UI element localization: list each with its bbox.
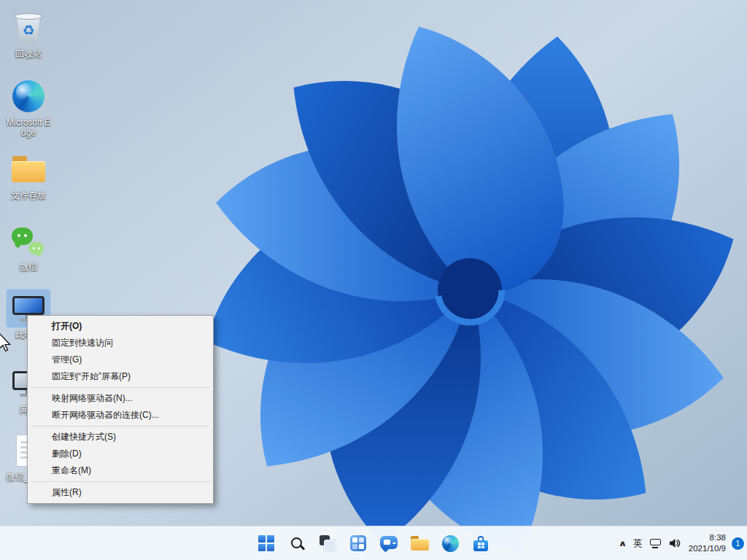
edge-icon bbox=[442, 535, 459, 552]
menu-separator bbox=[31, 387, 210, 388]
date-label: 2021/10/9 bbox=[689, 543, 726, 554]
menu-item-properties[interactable]: 属性(R) bbox=[29, 484, 212, 501]
menu-item-manage[interactable]: 管理(G) bbox=[29, 351, 212, 368]
edge-icon bbox=[7, 77, 50, 115]
widgets-button[interactable] bbox=[343, 529, 374, 558]
network-button[interactable] bbox=[646, 529, 665, 557]
speaker-icon bbox=[668, 537, 681, 549]
mouse-cursor bbox=[0, 332, 12, 353]
ime-language-button[interactable]: 英 bbox=[630, 529, 646, 557]
taskbar-center-group bbox=[251, 527, 496, 559]
desktop-icon-label: 回收站 bbox=[15, 49, 42, 59]
menu-item-delete[interactable]: 删除(D) bbox=[29, 446, 212, 462]
desktop-icon-edge[interactable]: Microsoft Edge bbox=[1, 77, 55, 139]
desktop-icon-file-folder[interactable]: 文件存放 bbox=[1, 150, 55, 201]
desktop-icon-label: Microsoft Edge bbox=[5, 117, 52, 139]
desktop-icon-label: 文件存放 bbox=[11, 190, 46, 201]
notification-badge[interactable]: 1 bbox=[732, 537, 744, 550]
desktop-icon-label: 微信 bbox=[20, 262, 37, 272]
chat-icon bbox=[380, 536, 398, 549]
taskbar: ∧ 英 8:38 2021/10/9 1 bbox=[0, 526, 747, 560]
recycle-symbol-icon: ♻ bbox=[22, 23, 34, 36]
start-button[interactable] bbox=[251, 529, 282, 558]
widgets-icon bbox=[350, 535, 366, 551]
store-icon bbox=[473, 540, 488, 551]
task-view-button[interactable] bbox=[312, 529, 343, 558]
search-icon bbox=[290, 537, 304, 551]
windows-logo-icon bbox=[258, 535, 274, 551]
menu-item-disconnect-network-drive[interactable]: 断开网络驱动器的连接(C)... bbox=[29, 407, 212, 424]
task-view-icon bbox=[320, 535, 336, 551]
chevron-up-icon: ∧ bbox=[619, 539, 627, 548]
system-tray: ∧ 英 8:38 2021/10/9 1 bbox=[616, 527, 744, 559]
context-menu: 打开(O) 固定到快速访问 管理(G) 固定到“开始”屏幕(P) 映射网络驱动器… bbox=[27, 315, 214, 504]
hidden-icons-button[interactable]: ∧ bbox=[616, 529, 630, 557]
time-label: 8:38 bbox=[710, 532, 726, 543]
file-explorer-icon bbox=[411, 536, 429, 551]
notification-count: 1 bbox=[736, 539, 740, 548]
menu-item-map-network-drive[interactable]: 映射网络驱动器(N)... bbox=[29, 390, 212, 407]
network-tray-icon bbox=[650, 539, 661, 548]
menu-item-rename[interactable]: 重命名(M) bbox=[29, 462, 212, 479]
volume-button[interactable] bbox=[665, 529, 684, 557]
clock[interactable]: 8:38 2021/10/9 bbox=[684, 532, 730, 554]
chat-button[interactable] bbox=[374, 529, 404, 558]
edge-button[interactable] bbox=[435, 529, 465, 558]
menu-separator bbox=[31, 481, 210, 482]
desktop: ♻ 回收站 Microsoft Edge 文件存放 微信 此电脑 网络 微信_2… bbox=[0, 0, 747, 560]
menu-item-pin-to-start[interactable]: 固定到“开始”屏幕(P) bbox=[29, 368, 212, 385]
recycle-bin-icon: ♻ bbox=[7, 9, 50, 47]
wechat-icon bbox=[7, 222, 50, 260]
desktop-icon-wechat[interactable]: 微信 bbox=[1, 222, 55, 272]
file-explorer-button[interactable] bbox=[404, 529, 435, 558]
desktop-icon-recycle-bin[interactable]: ♻ 回收站 bbox=[1, 9, 55, 59]
menu-item-create-shortcut[interactable]: 创建快捷方式(S) bbox=[29, 429, 212, 446]
folder-icon bbox=[7, 150, 50, 188]
menu-item-pin-quick-access[interactable]: 固定到快速访问 bbox=[29, 335, 212, 351]
menu-item-open[interactable]: 打开(O) bbox=[29, 318, 212, 335]
search-button[interactable] bbox=[282, 529, 312, 558]
store-button[interactable] bbox=[465, 529, 496, 558]
menu-separator bbox=[31, 426, 210, 427]
ime-label: 英 bbox=[633, 537, 643, 550]
